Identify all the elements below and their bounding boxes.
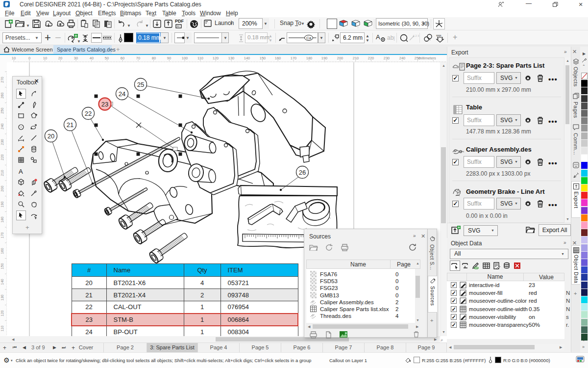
svg-text:22: 22 [85,110,92,117]
svg-text:25: 25 [137,81,144,88]
svg-text:26: 26 [299,169,306,176]
svg-text:20: 20 [48,132,54,140]
svg-text:24: 24 [119,90,125,98]
svg-text:23: 23 [101,101,108,108]
svg-text:A: A [19,168,23,175]
svg-text:Ca: Ca [306,36,312,40]
svg-text:spqs: spqs [436,34,441,37]
svg-text:1 2 3: 1 2 3 [413,34,419,37]
svg-text:21: 21 [67,121,74,129]
